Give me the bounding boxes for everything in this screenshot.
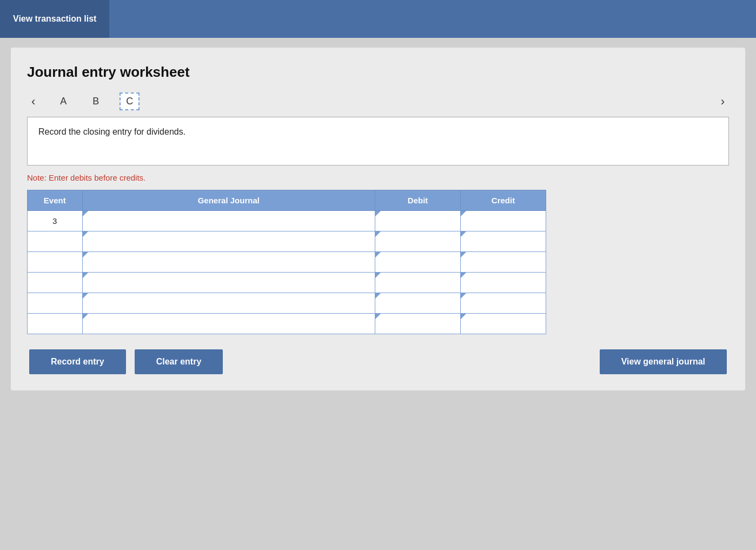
cell-indicator-debit-2 <box>375 252 381 257</box>
journal-input-1[interactable] <box>83 231 375 251</box>
cell-indicator-journal-1 <box>83 231 88 237</box>
event-cell-3 <box>28 273 83 293</box>
event-cell-2 <box>28 252 83 273</box>
debit-cell-5[interactable] <box>375 314 461 334</box>
cell-indicator-credit-1 <box>461 231 466 237</box>
credit-cell-4[interactable] <box>461 293 546 314</box>
tab-a[interactable]: A <box>55 94 72 109</box>
table-row <box>28 273 546 293</box>
debit-input-1[interactable] <box>375 231 460 251</box>
cell-indicator-debit-5 <box>375 314 381 319</box>
cell-indicator-credit-2 <box>461 252 466 257</box>
credit-cell-5[interactable] <box>461 314 546 334</box>
tab-prev-arrow[interactable]: ‹ <box>27 95 39 109</box>
credit-input-1[interactable] <box>461 231 546 251</box>
clear-entry-button[interactable]: Clear entry <box>135 349 223 374</box>
cell-indicator-debit-0 <box>375 211 381 216</box>
tab-c[interactable]: C <box>120 92 140 110</box>
cell-indicator-debit-4 <box>375 293 381 299</box>
debit-cell-1[interactable] <box>375 231 461 252</box>
journal-input-3[interactable] <box>83 273 375 293</box>
journal-input-0[interactable] <box>83 211 375 231</box>
header-credit: Credit <box>461 190 546 211</box>
debit-cell-2[interactable] <box>375 252 461 273</box>
journal-input-2[interactable] <box>83 252 375 272</box>
journal-cell-5[interactable] <box>82 314 375 334</box>
credit-input-4[interactable] <box>461 293 546 313</box>
header-debit: Debit <box>375 190 461 211</box>
table-row <box>28 314 546 334</box>
cell-indicator-credit-3 <box>461 273 466 278</box>
event-cell-4 <box>28 293 83 314</box>
table-row <box>28 231 546 252</box>
table-row <box>28 293 546 314</box>
credit-input-2[interactable] <box>461 252 546 272</box>
credit-cell-0[interactable] <box>461 211 546 231</box>
note-text: Note: Enter debits before credits. <box>27 173 729 182</box>
journal-cell-1[interactable] <box>82 231 375 252</box>
event-cell-0: 3 <box>28 211 83 231</box>
tab-next-arrow[interactable]: › <box>717 95 729 109</box>
view-transaction-button[interactable]: View transaction list <box>0 0 109 38</box>
credit-cell-1[interactable] <box>461 231 546 252</box>
debit-cell-4[interactable] <box>375 293 461 314</box>
cell-indicator-debit-1 <box>375 231 381 237</box>
cell-indicator-journal-3 <box>83 273 88 278</box>
worksheet-title: Journal entry worksheet <box>27 64 729 81</box>
tab-b[interactable]: B <box>87 94 104 109</box>
credit-input-0[interactable] <box>461 211 546 231</box>
credit-cell-2[interactable] <box>461 252 546 273</box>
cell-indicator-credit-4 <box>461 293 466 299</box>
debit-cell-3[interactable] <box>375 273 461 293</box>
cell-indicator-journal-5 <box>83 314 88 319</box>
debit-input-3[interactable] <box>375 273 460 293</box>
journal-cell-3[interactable] <box>82 273 375 293</box>
record-entry-button[interactable]: Record entry <box>29 349 126 374</box>
event-cell-1 <box>28 231 83 252</box>
header-general-journal: General Journal <box>82 190 375 211</box>
cell-indicator-credit-5 <box>461 314 466 319</box>
event-cell-5 <box>28 314 83 334</box>
cell-indicator-debit-3 <box>375 273 381 278</box>
header-event: Event <box>28 190 83 211</box>
view-general-journal-button[interactable]: View general journal <box>600 349 727 374</box>
journal-table: Event General Journal Debit Credit 3 <box>27 190 546 334</box>
journal-cell-4[interactable] <box>82 293 375 314</box>
main-container: Journal entry worksheet ‹ A B C › Record… <box>11 48 745 390</box>
table-row <box>28 252 546 273</box>
credit-input-5[interactable] <box>461 314 546 334</box>
debit-input-5[interactable] <box>375 314 460 334</box>
journal-input-5[interactable] <box>83 314 375 334</box>
tab-navigation: ‹ A B C › <box>27 92 729 110</box>
credit-input-3[interactable] <box>461 273 546 293</box>
debit-input-0[interactable] <box>375 211 460 231</box>
cell-indicator-journal-4 <box>83 293 88 299</box>
debit-input-4[interactable] <box>375 293 460 313</box>
top-bar: View transaction list <box>0 0 756 38</box>
journal-cell-0[interactable] <box>82 211 375 231</box>
credit-cell-3[interactable] <box>461 273 546 293</box>
bottom-buttons: Record entry Clear entry View general jo… <box>27 349 729 374</box>
journal-input-4[interactable] <box>83 293 375 313</box>
instruction-box: Record the closing entry for dividends. <box>27 117 729 165</box>
debit-input-2[interactable] <box>375 252 460 272</box>
cell-indicator-journal-0 <box>83 211 88 216</box>
cell-indicator-credit-0 <box>461 211 466 216</box>
journal-cell-2[interactable] <box>82 252 375 273</box>
table-row: 3 <box>28 211 546 231</box>
debit-cell-0[interactable] <box>375 211 461 231</box>
cell-indicator-journal-2 <box>83 252 88 257</box>
